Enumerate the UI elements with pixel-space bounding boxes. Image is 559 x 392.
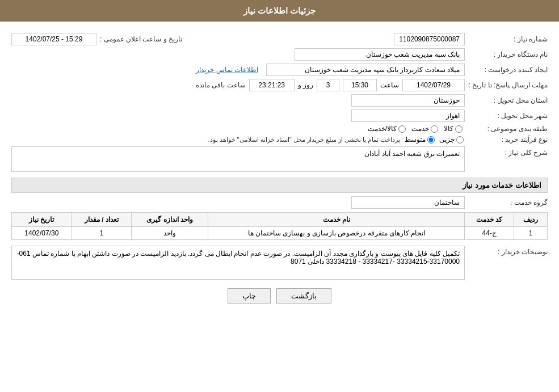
category-service-radio[interactable]	[431, 125, 438, 133]
purchase-type-label: نوع فرآیند خرید :	[468, 136, 548, 144]
purchase-medium-option[interactable]: متوسط	[405, 136, 435, 144]
col-unit: واحد اندازه گیری	[132, 213, 208, 227]
creator-label: ایجاد کننده درخواست :	[468, 66, 548, 74]
purchase-desc: پرداخت تمام یا بخشی از مبلغ خریداز محل "…	[208, 136, 400, 144]
contact-link[interactable]: اطلاعات تماس خریدار	[196, 66, 258, 74]
services-section-title: اطلاعات خدمات مورد نیاز	[11, 178, 548, 193]
purchase-partial-radio[interactable]	[456, 136, 464, 144]
notes-value: تکمیل کلیه فایل های پیوست و بارگذاری مجد…	[11, 246, 465, 280]
back-button[interactable]: بازگشت	[276, 288, 331, 304]
deadline-days-label: روز و	[298, 81, 313, 89]
cell-service-code: ج-44	[465, 227, 514, 240]
need-desc-label: شرح کلی نیاز :	[468, 146, 548, 157]
page-title: جزئیات اطلاعات نیاز	[243, 6, 316, 15]
group-label: گروه خدمت :	[468, 199, 548, 206]
cell-quantity: 1	[72, 227, 132, 240]
deadline-time: 15:30	[343, 79, 377, 91]
purchase-partial-option[interactable]: جزیی	[439, 136, 464, 144]
announce-label: تاریخ و ساعت اعلان عمومی :	[100, 35, 182, 43]
cell-date: 1402/07/30	[12, 227, 72, 240]
page-header: جزئیات اطلاعات نیاز	[0, 0, 559, 22]
cell-unit: واحد	[132, 227, 208, 240]
category-goods-radio[interactable]	[455, 125, 463, 133]
col-row-num: ردیف	[514, 213, 548, 227]
services-table: ردیف کد خدمت نام خدمت واحد اندازه گیری ت…	[11, 212, 548, 240]
category-label: طبقه بندی موضوعی :	[468, 125, 548, 133]
city-label: شهر محل تحویل :	[468, 112, 548, 120]
need-desc-value: تعمیرات برق شعبه احمد آباد آبادان	[11, 146, 465, 172]
city-value: اهواز	[351, 109, 465, 122]
creator-value: میلاد سعادت کاربرداز بانک سپه مدیریت شعب…	[266, 64, 465, 76]
col-service-code: کد خدمت	[465, 213, 514, 227]
deadline-date: 1402/07/29	[402, 79, 465, 91]
cell-row-num: 1	[514, 227, 548, 240]
category-goods-service-option[interactable]: کالا/خدمت	[368, 125, 406, 133]
col-date: تاریخ نیاز	[12, 213, 72, 227]
category-service-option[interactable]: خدمت	[411, 125, 438, 133]
cell-service-name: انجام کارهای متفرقه درخصوص بازسازی و بهس…	[208, 227, 465, 240]
remaining-label: ساعت باقی مانده	[196, 81, 246, 89]
print-button[interactable]: چاپ	[228, 288, 271, 304]
category-goods-service-radio[interactable]	[398, 125, 406, 133]
group-value: ساختمان	[351, 196, 465, 209]
province-label: استان محل تحویل :	[468, 96, 548, 104]
category-service-label: خدمت	[411, 125, 429, 133]
purchase-partial-label: جزیی	[439, 136, 455, 144]
deadline-time-label: ساعت	[380, 81, 399, 89]
request-number-value: 1102090875000087	[394, 33, 465, 45]
announce-value: 1402/07/25 - 15:29	[11, 33, 96, 45]
buyer-org-value: بانک سپه مدیریت شعب خوزستان	[295, 48, 465, 61]
deadline-label: مهلت ارسال پاسخ: تا تاریخ :	[468, 81, 548, 89]
deadline-days: 3	[317, 79, 339, 91]
purchase-medium-label: متوسط	[405, 136, 426, 144]
category-goods-option[interactable]: کالا	[444, 125, 463, 133]
table-row: 1 ج-44 انجام کارهای متفرقه درخصوص بازساز…	[12, 227, 548, 240]
purchase-medium-radio[interactable]	[427, 136, 435, 144]
deadline-remaining: 23:21:23	[249, 79, 295, 91]
request-number-label: شماره نیاز :	[468, 35, 548, 43]
notes-label: توضیحات خریدار :	[468, 246, 548, 256]
col-service-name: نام خدمت	[208, 213, 465, 227]
category-goods-service-label: کالا/خدمت	[368, 125, 397, 133]
province-value: خوزستان	[351, 94, 465, 107]
action-buttons: بازگشت چاپ	[11, 288, 548, 304]
category-goods-label: کالا	[444, 125, 453, 133]
buyer-org-label: نام دستگاه خریدار :	[468, 50, 548, 58]
col-quantity: تعداد / مقدار	[72, 213, 132, 227]
